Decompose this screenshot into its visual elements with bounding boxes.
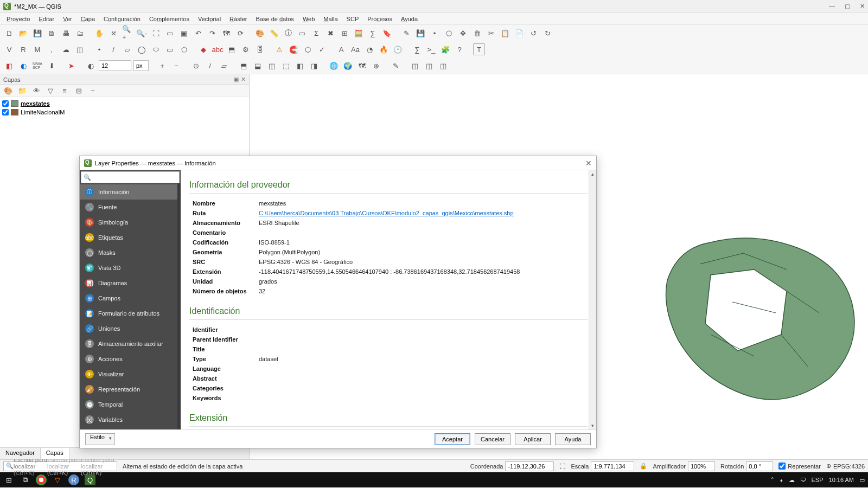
- menu-raster[interactable]: Ráster: [226, 15, 250, 23]
- scp-niwa-icon[interactable]: NIWASCP: [31, 60, 43, 72]
- diagram-icon[interactable]: ◔: [363, 43, 375, 55]
- digitize-regpoly-icon[interactable]: ⬠: [178, 43, 190, 55]
- print-layout-icon[interactable]: 🖶: [60, 27, 72, 39]
- paste-feature-icon[interactable]: 📄: [513, 27, 525, 39]
- field-calc-icon[interactable]: 🧮: [353, 27, 365, 39]
- delete-feature-icon[interactable]: 🗑: [471, 27, 483, 39]
- nav-item-vista-3d[interactable]: 🧊Vista 3D: [80, 260, 181, 275]
- taskbar-time[interactable]: 10:16 AM: [829, 477, 854, 483]
- zoom-selection-icon[interactable]: ▭: [164, 27, 176, 39]
- qgis-taskbar-icon[interactable]: Q: [85, 474, 95, 485]
- edit-toggle-icon[interactable]: ✎: [400, 27, 412, 39]
- menu-malla[interactable]: Malla: [320, 15, 341, 23]
- content-scrollbar[interactable]: ▴▾: [589, 170, 596, 429]
- nav-item-etiquetas[interactable]: abcEtiquetas: [80, 230, 181, 245]
- new-map-view-icon[interactable]: 🗺: [220, 27, 232, 39]
- nav-item-acciones[interactable]: ⚙Acciones: [80, 351, 181, 367]
- tray-chevron-icon[interactable]: ˄: [771, 477, 774, 484]
- tab-navegador[interactable]: Navegador: [0, 448, 41, 459]
- zoom-out-icon[interactable]: 🔍-: [136, 27, 148, 39]
- layer-add-group-icon[interactable]: 📁: [16, 85, 28, 97]
- digitize-rect-icon[interactable]: ▭: [164, 43, 176, 55]
- render-checkbox[interactable]: [778, 463, 786, 470]
- menu-ver[interactable]: Ver: [60, 15, 75, 23]
- select-icon[interactable]: ▭: [296, 27, 308, 39]
- nav-item-diagramas[interactable]: 📊Diagramas: [80, 275, 181, 291]
- layer-filter-icon[interactable]: ▽: [44, 85, 56, 97]
- layer-visibility-checkbox[interactable]: [2, 100, 9, 107]
- identify-icon[interactable]: ⓘ: [282, 27, 294, 39]
- cut-feature-icon[interactable]: ✂: [485, 27, 497, 39]
- copy-feature-icon[interactable]: 📋: [499, 27, 511, 39]
- vertex-tool-icon[interactable]: ⬡: [443, 27, 455, 39]
- advanced-dig-6-icon[interactable]: ◨: [308, 60, 320, 72]
- menu-complementos[interactable]: Complementos: [146, 15, 193, 23]
- chrome-icon[interactable]: [36, 474, 47, 485]
- ok-button[interactable]: Aceptar: [435, 433, 470, 445]
- snap-segment-icon[interactable]: /: [204, 60, 216, 72]
- cancel-button[interactable]: Cancelar: [475, 433, 510, 445]
- zoom-in-icon[interactable]: 🔍+: [122, 27, 133, 39]
- layer-row-mexstates[interactable]: mexstates: [2, 99, 247, 108]
- tray-onedrive-icon[interactable]: ☁: [789, 477, 795, 484]
- digitize-poly-icon[interactable]: ▱: [122, 43, 133, 55]
- select-expr-icon[interactable]: Σ: [310, 27, 322, 39]
- refresh-icon[interactable]: ⟳: [234, 27, 246, 39]
- digitize-circle-icon[interactable]: ◯: [136, 43, 148, 55]
- save-project-icon[interactable]: 💾: [31, 27, 43, 39]
- scp-classify-icon[interactable]: ⬒: [226, 43, 238, 55]
- help-icon[interactable]: ?: [454, 43, 465, 55]
- scp-size-input[interactable]: [99, 60, 131, 71]
- layer-group-3-icon[interactable]: ◫: [437, 60, 449, 72]
- layer-group-2-icon[interactable]: ◫: [423, 60, 435, 72]
- nav-item-almacenamiento-auxiliar[interactable]: 🗄Almacenamiento auxiliar: [80, 336, 181, 351]
- menu-basedatos[interactable]: Base de datos: [253, 15, 297, 23]
- advanced-dig-2-icon[interactable]: ⬓: [252, 60, 264, 72]
- digitize-ellipse-icon[interactable]: ⬭: [150, 43, 162, 55]
- undo-icon[interactable]: ↺: [527, 27, 539, 39]
- zoom-next-icon[interactable]: ↷: [206, 27, 218, 39]
- menu-scp[interactable]: SCP: [343, 15, 362, 23]
- vertex-add-icon[interactable]: +: [156, 60, 168, 72]
- web-layer-3-icon[interactable]: 🗺: [356, 60, 368, 72]
- vector-layer-icon[interactable]: V: [3, 43, 15, 55]
- layer-expand-icon[interactable]: ≡: [59, 85, 71, 97]
- nav-item-masks[interactable]: ◯Masks: [80, 245, 181, 260]
- start-icon[interactable]: ⊞: [3, 474, 14, 485]
- scp-download-icon[interactable]: ⬇: [46, 60, 58, 72]
- menu-proyecto[interactable]: Proyecto: [3, 15, 33, 23]
- rotation-input[interactable]: [746, 461, 773, 471]
- rstudio-icon[interactable]: R: [68, 474, 79, 485]
- snap-vertex-icon[interactable]: ⊙: [190, 60, 202, 72]
- tray-network-icon[interactable]: 🗨: [800, 477, 806, 483]
- measure-icon[interactable]: 📏: [268, 27, 280, 39]
- digitize-line-icon[interactable]: /: [107, 43, 119, 55]
- layer-group-1-icon[interactable]: ◫: [409, 60, 421, 72]
- advanced-dig-1-icon[interactable]: ⬒: [238, 60, 250, 72]
- snapping-icon[interactable]: 🧲: [288, 43, 299, 55]
- layer-collapse-icon[interactable]: ⊟: [73, 85, 85, 97]
- web-layer-2-icon[interactable]: 🌍: [342, 60, 354, 72]
- brave-icon[interactable]: ▽: [52, 474, 63, 485]
- coord-extent-icon[interactable]: ⛶: [559, 463, 565, 470]
- crs-icon[interactable]: ⊕: [826, 463, 831, 470]
- layer-style-icon[interactable]: 🎨: [2, 85, 14, 97]
- scp-roi-icon[interactable]: ◆: [197, 43, 209, 55]
- panel-close-icon[interactable]: ✕: [241, 76, 246, 83]
- temporal-icon[interactable]: 🕑: [392, 43, 404, 55]
- save-as-icon[interactable]: 🗎: [46, 27, 58, 39]
- scp-pointer-icon[interactable]: ➤: [65, 60, 77, 72]
- zoom-last-icon[interactable]: ↶: [192, 27, 204, 39]
- notifications-icon[interactable]: ▭: [859, 477, 865, 484]
- nav-item-simbología[interactable]: 🎨Simbología: [80, 215, 181, 230]
- open-project-icon[interactable]: 📂: [17, 27, 29, 39]
- menu-editar[interactable]: Editar: [35, 15, 58, 23]
- vertex-del-icon[interactable]: −: [170, 60, 182, 72]
- dialog-search-input[interactable]: 🔍: [81, 171, 180, 183]
- heatmap-icon[interactable]: 🔥: [378, 43, 390, 55]
- scp-band-icon[interactable]: ◐: [17, 60, 29, 72]
- zoom-full-icon[interactable]: ⛶: [150, 27, 162, 39]
- nav-item-campos[interactable]: ⊞Campos: [80, 291, 181, 306]
- plugin-manager-icon[interactable]: 🧩: [439, 43, 451, 55]
- scale-lock-icon[interactable]: 🔒: [640, 463, 647, 470]
